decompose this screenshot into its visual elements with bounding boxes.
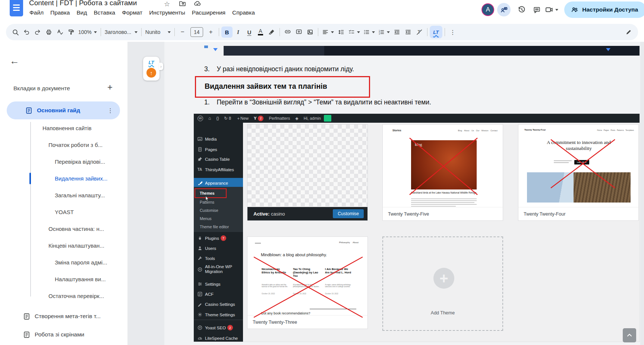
app-header: Content | FDT | Робота з сайтами ☆ Файл …: [0, 0, 644, 23]
tab-osnovnyi-haid[interactable]: Основний гайд ⋮: [7, 101, 120, 119]
menu-extensions[interactable]: Расширения: [189, 8, 229, 17]
document-tab-icon: [23, 331, 30, 338]
menu-edit[interactable]: Правка: [47, 8, 73, 17]
theme-card-twenty-twenty-five: Stories Blog About Us Our Mission Contac…: [382, 124, 503, 221]
wp-avatar: [324, 115, 331, 122]
increase-font-size-button[interactable]: +: [205, 26, 217, 38]
languagetool-icon[interactable]: LT: [149, 60, 154, 65]
star-icon[interactable]: ☆: [164, 0, 170, 8]
add-tab-button[interactable]: +: [107, 82, 113, 92]
outline-item[interactable]: Налаштування ви...: [0, 271, 123, 288]
outline-item[interactable]: Основна частина: н...: [0, 220, 123, 237]
doc-section-heading[interactable]: Видалення зайвих тем та плагінів: [205, 82, 327, 91]
cloud-status-icon[interactable]: [194, 0, 201, 9]
line-spacing-button[interactable]: [335, 26, 347, 38]
outline-item[interactable]: Загальні налашту...: [0, 187, 123, 204]
wp-menu-separator: [194, 320, 243, 320]
theme-card-twenty-twenty-three: Philosophy About Mindblown: a blog about…: [247, 236, 368, 329]
redo-button[interactable]: [32, 26, 43, 38]
bulleted-list-button[interactable]: [362, 26, 376, 38]
decrease-indent-button[interactable]: [391, 26, 402, 38]
menu-help[interactable]: Справка: [229, 8, 258, 17]
spellcheck-button[interactable]: [54, 26, 66, 38]
meet-button[interactable]: [544, 2, 559, 17]
scroll-to-top-button[interactable]: [623, 328, 636, 342]
outline-item[interactable]: Остаточна перевірк...: [0, 288, 123, 304]
wp-menu-theme-settings: Theme Settings: [194, 310, 243, 320]
google-docs-logo-icon[interactable]: [10, 0, 23, 16]
menu-tools[interactable]: Инструменты: [146, 8, 189, 17]
doc-text-line[interactable]: Перейти в “Зовнішній вигляд” > “Теми” та…: [217, 98, 431, 106]
wp-menu-casino-table: Casino Table: [194, 154, 243, 164]
bold-button[interactable]: B: [221, 26, 233, 38]
highlight-color-button[interactable]: [266, 26, 277, 38]
font-size-input[interactable]: 14: [190, 27, 203, 37]
outline-item[interactable]: Наповнення сайтів: [0, 120, 123, 137]
tab-robota-zi-skrinamy[interactable]: Робота зі скрінами: [0, 326, 127, 343]
outline-item[interactable]: YOAST: [0, 204, 123, 220]
languagetool-widget[interactable]: LT ↑: [143, 57, 160, 81]
paint-format-button[interactable]: [66, 26, 77, 38]
add-theme-label: Add Theme: [383, 310, 502, 316]
wp-greeting: Hi, admin: [304, 116, 321, 120]
contacts-button[interactable]: [497, 3, 511, 16]
search-menus-button[interactable]: [10, 26, 21, 38]
tab-options-icon[interactable]: ⋮: [107, 107, 113, 114]
wordpress-screenshot-image[interactable]: W ⌂ {} ↻ 8 ＋ New Y2 Perfmatters ◈ Hi, ad…: [194, 114, 640, 342]
menu-insert[interactable]: Вставка: [91, 8, 119, 17]
paragraph-style-select[interactable]: Заголово...: [103, 26, 139, 38]
editing-mode-button[interactable]: [623, 26, 634, 38]
clear-formatting-button[interactable]: T: [414, 26, 425, 38]
preview-nav: Home Pages Posts Patterns Templates: [597, 129, 634, 131]
decrease-font-size-button[interactable]: −: [177, 26, 188, 38]
avatar[interactable]: A: [482, 3, 494, 16]
chevron-down-icon: [606, 48, 610, 51]
red-annotation-box: [195, 188, 227, 198]
outline-item[interactable]: Зміна пароля адмі...: [0, 254, 123, 271]
share-button[interactable]: Настройки Доступа: [564, 1, 644, 18]
undo-button[interactable]: [21, 26, 32, 38]
customise-button: Customise: [333, 209, 364, 218]
scroll-up-extension-icon[interactable]: ↑: [146, 68, 156, 78]
increase-indent-button[interactable]: [402, 26, 414, 38]
selection-handle: [204, 46, 208, 48]
outline-item[interactable]: Перевірка відпові...: [0, 153, 123, 170]
font-family-select[interactable]: Nunito: [144, 26, 172, 38]
wp-home-icon: ⌂: [208, 116, 211, 121]
print-button[interactable]: [43, 26, 54, 38]
add-comment-button[interactable]: [293, 26, 304, 38]
italic-button[interactable]: I: [233, 26, 244, 38]
version-history-button[interactable]: [514, 2, 529, 17]
zoom-select[interactable]: 100%: [77, 26, 98, 38]
insert-image-button[interactable]: [304, 26, 316, 38]
menu-view[interactable]: Вид: [73, 8, 90, 17]
docs-logo-lines: [13, 3, 20, 12]
outline-item-active[interactable]: Видалення зайвих...: [0, 170, 123, 187]
document-title[interactable]: Content | FDT | Робота з сайтами: [29, 0, 137, 7]
svg-text:3: 3: [379, 33, 380, 35]
languagetool-button[interactable]: LT: [430, 26, 442, 38]
outline-item[interactable]: Початок роботи з б...: [0, 137, 123, 153]
tab-stvorennia-meta-tehiv[interactable]: Створення мета-тегів т...: [0, 308, 127, 324]
more-tools-button[interactable]: ⋮: [447, 26, 458, 38]
underline-button[interactable]: U: [244, 26, 255, 38]
menubar: Файл Правка Вид Вставка Формат Инструмен…: [26, 8, 258, 17]
text-color-button[interactable]: A: [255, 26, 266, 38]
insert-link-button[interactable]: [282, 26, 293, 38]
tab-label: Основний гайд: [37, 107, 80, 114]
comments-button[interactable]: [529, 2, 544, 17]
wp-menu-aio-migration: All-in-One WPMigration: [194, 263, 243, 275]
doc-text-line[interactable]: У разі невідповідності даних повідомити …: [217, 65, 354, 73]
wp-sidebar: Media Pages Casino Table TAThirstyAffili…: [194, 123, 243, 342]
menu-file[interactable]: Файл: [26, 8, 47, 17]
close-sidebar-button[interactable]: ←: [10, 55, 19, 67]
widget-expand-chevron-icon[interactable]: ›: [159, 63, 163, 70]
document-tab-icon: [25, 107, 32, 114]
checklist-button[interactable]: [347, 26, 362, 38]
outline-item[interactable]: Кінцеві налаштуван...: [0, 237, 123, 254]
add-theme-card: + Add Theme: [382, 236, 503, 331]
align-button[interactable]: [321, 26, 335, 38]
numbered-list-button[interactable]: 123: [376, 26, 391, 38]
move-folder-icon[interactable]: [179, 0, 186, 9]
menu-format[interactable]: Формат: [119, 8, 146, 17]
